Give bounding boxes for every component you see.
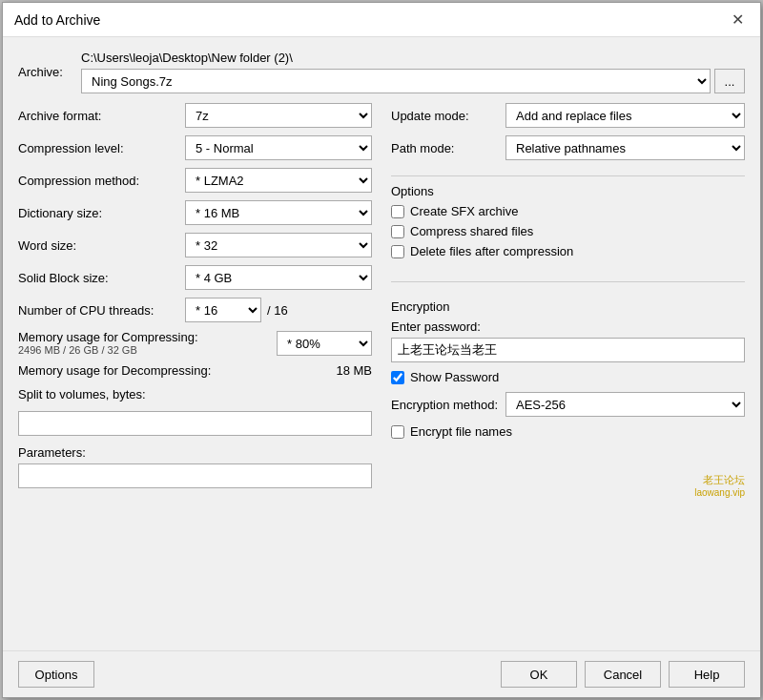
watermark: 老王论坛 laowang.vip [391,444,745,498]
password-label: Enter password: [391,319,745,334]
memory-decompress-value: 18 MB [336,363,372,378]
update-mode-row: Update mode: Add and replace files Updat… [391,103,745,128]
memory-compress-section: Memory usage for Compressing: 2496 MB / … [18,330,372,356]
path-mode-row: Path mode: Relative pathnames Absolute p… [391,135,745,160]
encryption-method-select[interactable]: AES-256 [505,392,745,417]
options-title: Options [391,184,745,198]
title-bar: Add to Archive ✕ [3,3,760,37]
dialog-content: Archive: C:\Users\leoja\Desktop\New fold… [3,37,760,650]
dictionary-size-row: Dictionary size: * 16 MB 32 MB [18,200,372,225]
encryption-title: Encryption [391,299,745,314]
update-mode-label: Update mode: [391,109,505,123]
split-row: Split to volumes, bytes: [18,387,372,401]
bottom-right: OK Cancel Help [501,661,745,688]
delete-files-checkbox[interactable] [391,245,404,258]
show-password-row: Show Password [391,370,745,384]
archive-format-label: Archive format: [18,109,185,123]
memory-compress-labels: Memory usage for Compressing: 2496 MB / … [18,330,198,356]
show-password-label: Show Password [410,370,499,384]
add-to-archive-dialog: Add to Archive ✕ Archive: C:\Users\leoja… [2,2,761,698]
split-input[interactable] [18,411,372,436]
dictionary-size-label: Dictionary size: [18,206,185,220]
delete-files-row: Delete files after compression [391,244,745,258]
cpu-threads-control: * 16 8 / 16 [185,298,372,322]
archive-path-text: C:\Users\leoja\Desktop\New folder (2)\ [81,51,745,65]
archive-label: Archive: [18,65,73,79]
solid-block-row: Solid Block size: * 4 GB 2 GB [18,265,372,290]
compression-method-control: * LZMA2 LZMA [185,168,372,193]
cpu-threads-label: Number of CPU threads: [18,303,185,318]
compression-level-label: Compression level: [18,141,185,155]
memory-compress-select[interactable]: * 80% 60% [277,331,372,356]
solid-block-control: * 4 GB 2 GB [185,265,372,290]
params-input[interactable] [18,463,372,488]
archive-format-row: Archive format: 7z zip tar [18,103,372,128]
create-sfx-row: Create SFX archive [391,204,745,218]
encrypt-names-row: Encrypt file names [391,424,745,439]
archive-row: Archive: C:\Users\leoja\Desktop\New fold… [18,51,745,93]
options-button[interactable]: Options [18,661,94,688]
watermark-line1: 老王论坛 [391,473,745,487]
dictionary-size-control: * 16 MB 32 MB [185,200,372,225]
params-row: Parameters: [18,445,372,488]
word-size-label: Word size: [18,238,185,253]
archive-filename-select[interactable]: Ning Songs.7z [81,69,711,93]
cpu-total: / 16 [267,303,288,318]
archive-format-select[interactable]: 7z zip tar [185,103,372,128]
memory-decompress-label: Memory usage for Decompressing: [18,363,336,378]
solid-block-label: Solid Block size: [18,271,185,285]
compress-shared-row: Compress shared files [391,224,745,238]
cpu-row: * 16 8 / 16 [185,298,372,322]
create-sfx-label: Create SFX archive [410,204,518,218]
solid-block-select[interactable]: * 4 GB 2 GB [185,265,372,290]
archive-input-row: Ning Songs.7z ... [81,69,745,93]
encryption-section: Encryption Enter password: Show Password… [391,299,745,444]
dictionary-size-select[interactable]: * 16 MB 32 MB [185,200,372,225]
compression-method-label: Compression method: [18,174,185,188]
compression-level-row: Compression level: 5 - Normal 0 - Store … [18,135,372,160]
path-mode-label: Path mode: [391,141,505,155]
options-section: Options Create SFX archive Compress shar… [391,184,745,264]
bottom-left: Options [18,661,94,688]
path-mode-select[interactable]: Relative pathnames Absolute pathnames [505,135,745,160]
cancel-button[interactable]: Cancel [585,661,661,688]
compress-shared-label: Compress shared files [410,224,533,238]
browse-button[interactable]: ... [714,69,745,93]
bottom-bar: Options OK Cancel Help [3,650,760,697]
help-button[interactable]: Help [669,661,745,688]
word-size-row: Word size: * 32 64 [18,233,372,257]
cpu-threads-select[interactable]: * 16 8 [185,298,261,322]
memory-compress-sub: 2496 MB / 26 GB / 32 GB [18,344,198,356]
split-label: Split to volumes, bytes: [18,387,185,401]
close-button[interactable]: ✕ [726,9,749,31]
encryption-divider [391,281,745,282]
update-mode-select[interactable]: Add and replace files Update and add fil… [505,103,745,128]
ok-button[interactable]: OK [501,661,577,688]
delete-files-label: Delete files after compression [410,244,573,258]
compression-level-control: 5 - Normal 0 - Store 9 - Ultra [185,135,372,160]
memory-compress-flex: Memory usage for Compressing: 2496 MB / … [18,330,372,356]
dialog-title: Add to Archive [14,12,100,28]
split-input-row [18,411,372,436]
word-size-select[interactable]: * 32 64 [185,233,372,257]
create-sfx-checkbox[interactable] [391,205,404,218]
show-password-checkbox[interactable] [391,371,404,384]
encrypt-names-label: Encrypt file names [410,424,512,439]
archive-path-col: C:\Users\leoja\Desktop\New folder (2)\ N… [81,51,745,93]
watermark-line2: laowang.vip [391,487,745,498]
encryption-method-row: Encryption method: AES-256 [391,392,745,417]
encrypt-names-checkbox[interactable] [391,425,404,439]
options-divider [391,175,745,176]
archive-format-control: 7z zip tar [185,103,372,128]
compression-method-row: Compression method: * LZMA2 LZMA [18,168,372,193]
password-input[interactable] [391,338,745,362]
left-column: Archive format: 7z zip tar Compression l… [18,103,372,498]
memory-decompress-row: Memory usage for Decompressing: 18 MB [18,363,372,378]
word-size-control: * 32 64 [185,233,372,257]
compression-method-select[interactable]: * LZMA2 LZMA [185,168,372,193]
main-grid: Archive format: 7z zip tar Compression l… [18,103,745,498]
compress-shared-checkbox[interactable] [391,225,404,238]
compression-level-select[interactable]: 5 - Normal 0 - Store 9 - Ultra [185,135,372,160]
params-label: Parameters: [18,445,372,460]
right-column: Update mode: Add and replace files Updat… [391,103,745,498]
